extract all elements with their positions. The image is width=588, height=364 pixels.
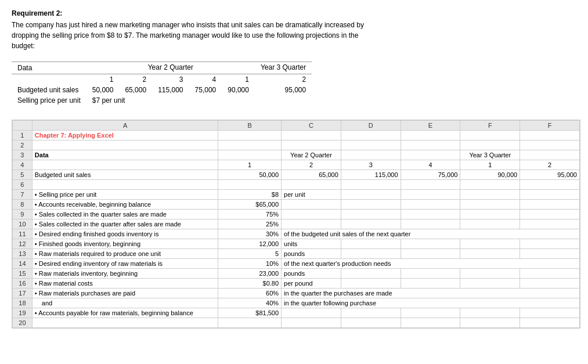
- top-table-header-row: Data Year 2 Quarter Year 3 Quarter: [12, 62, 312, 74]
- row-15-D: [341, 269, 401, 279]
- row-1-A: Chapter 7: Applying Excel: [32, 131, 218, 140]
- row-20-D: [341, 318, 401, 328]
- row-7-C: per unit: [282, 190, 341, 200]
- row-1-F2: [520, 131, 580, 140]
- row-17-num: 17: [13, 289, 33, 298]
- top-table-row2-v1: $7 per unit: [86, 95, 312, 106]
- col-header-F1: F: [460, 121, 520, 131]
- row-16-A: • Raw material costs: [32, 279, 218, 289]
- top-table-blank1: [86, 62, 120, 74]
- spreadsheet-container: A B C D E F F 1 Chapter 7: Applying Exce…: [12, 120, 580, 329]
- row-15-A: • Raw materials inventory, beginning: [32, 269, 218, 279]
- row-13-B: 5: [218, 249, 282, 259]
- row-18-A: and: [32, 298, 218, 308]
- top-table-row1-v4: 75,000: [189, 85, 222, 95]
- row-8: 8 • Accounts receivable, beginning balan…: [13, 200, 580, 210]
- top-data-table: Data Year 2 Quarter Year 3 Quarter 1 2 3…: [12, 62, 312, 106]
- row-13-C: pounds: [282, 249, 341, 259]
- row-7-E: [401, 190, 460, 200]
- row-6-A: [32, 180, 218, 190]
- top-table-blank2: [222, 62, 255, 74]
- row-14-C: of the next quarter's production needs: [282, 259, 580, 269]
- row-3: 3 Data Year 2 Quarter Year 3 Quarter: [13, 150, 580, 160]
- row-14-num: 14: [13, 259, 33, 269]
- top-table-col3: 3: [152, 74, 189, 85]
- chapter-title: Chapter 7: Applying Excel: [35, 132, 114, 139]
- row-6-F1: [460, 180, 520, 190]
- row-4-num: 4: [13, 160, 33, 170]
- row-8-F2: [520, 200, 580, 210]
- row-2-E: [401, 140, 460, 150]
- requirement-title: Requirement 2:: [12, 9, 371, 17]
- row-18-C: in the quarter following purchase: [282, 298, 580, 308]
- row-11-A: • Desired ending finished goods inventor…: [32, 229, 218, 239]
- row-2-num: 2: [13, 140, 33, 150]
- row-17-C: in the quarter the purchases are made: [282, 289, 580, 298]
- row-10-B: 25%: [218, 219, 282, 229]
- row-6-F2: [520, 180, 580, 190]
- row-8-D: [341, 200, 401, 210]
- row-5-C: 65,000: [282, 170, 341, 180]
- row-8-num: 8: [13, 200, 33, 210]
- row-1-D: [341, 131, 401, 140]
- row-11: 11 • Desired ending finished goods inven…: [13, 229, 580, 239]
- row-17-B: 60%: [218, 289, 282, 298]
- row-5-num: 5: [13, 170, 33, 180]
- row-11-B: 30%: [218, 229, 282, 239]
- row-14-A: • Desired ending inventory of raw materi…: [32, 259, 218, 269]
- top-table-row1-v6: 95,000: [255, 85, 312, 95]
- row-5-F1: 90,000: [460, 170, 520, 180]
- row-20: 20: [13, 318, 580, 328]
- row-9: 9 • Sales collected in the quarter sales…: [13, 210, 580, 219]
- row-3-F2: [520, 150, 580, 160]
- row-1: 1 Chapter 7: Applying Excel: [13, 131, 580, 140]
- top-table-row1-v3: 115,000: [152, 85, 189, 95]
- row-16-D: [341, 279, 401, 289]
- row-1-E: [401, 131, 460, 140]
- row-7: 7 • Selling price per unit $8 per unit: [13, 190, 580, 200]
- row-12-E: [401, 239, 460, 249]
- row-15-F2: [520, 269, 580, 279]
- row-13-F1: [460, 249, 520, 259]
- row-5-E: 75,000: [401, 170, 460, 180]
- row-12-A: • Finished goods inventory, beginning: [32, 239, 218, 249]
- requirement-body: The company has just hired a new marketi…: [12, 20, 371, 51]
- row-9-D: [341, 210, 401, 219]
- row-15-F1: [460, 269, 520, 279]
- row-20-A: [32, 318, 218, 328]
- row-10-C: [282, 219, 341, 229]
- row-11-C: of the budgeted unit sales of the next q…: [282, 229, 580, 239]
- row-6-D: [341, 180, 401, 190]
- row-4-A: [32, 160, 218, 170]
- row-9-E: [401, 210, 460, 219]
- top-table-subheader-row: 1 2 3 4 1 2: [12, 74, 312, 85]
- row-20-E: [401, 318, 460, 328]
- row-7-D: [341, 190, 401, 200]
- row-10-F2: [520, 219, 580, 229]
- row-16-F1: [460, 279, 520, 289]
- row-12: 12 • Finished goods inventory, beginning…: [13, 239, 580, 249]
- row-5-F2: 95,000: [520, 170, 580, 180]
- row-1-F1: [460, 131, 520, 140]
- row-6-B: [218, 180, 282, 190]
- top-table-row1: Budgeted unit sales 50,000 65,000 115,00…: [12, 85, 312, 95]
- row-2-B: [218, 140, 282, 150]
- row-10-A: • Sales collected in the quarter after s…: [32, 219, 218, 229]
- row-1-num: 1: [13, 131, 33, 140]
- top-table-row2: Selling price per unit $7 per unit: [12, 95, 312, 106]
- row-16-C: per pound: [282, 279, 341, 289]
- row-12-F1: [460, 239, 520, 249]
- row-7-num: 7: [13, 190, 33, 200]
- row-8-E: [401, 200, 460, 210]
- row-8-A: • Accounts receivable, beginning balance: [32, 200, 218, 210]
- row-10-num: 10: [13, 219, 33, 229]
- row-7-B: $8: [218, 190, 282, 200]
- col-header-F2: F: [520, 121, 580, 131]
- top-table-year3-label: Year 3 Quarter: [255, 62, 312, 74]
- row-8-B: $65,000: [218, 200, 282, 210]
- row-3-B: [218, 150, 282, 160]
- row-11-num: 11: [13, 229, 33, 239]
- row-4-B: 1: [218, 160, 282, 170]
- row-7-F2: [520, 190, 580, 200]
- top-table-year2-label: Year 2 Quarter: [119, 62, 222, 74]
